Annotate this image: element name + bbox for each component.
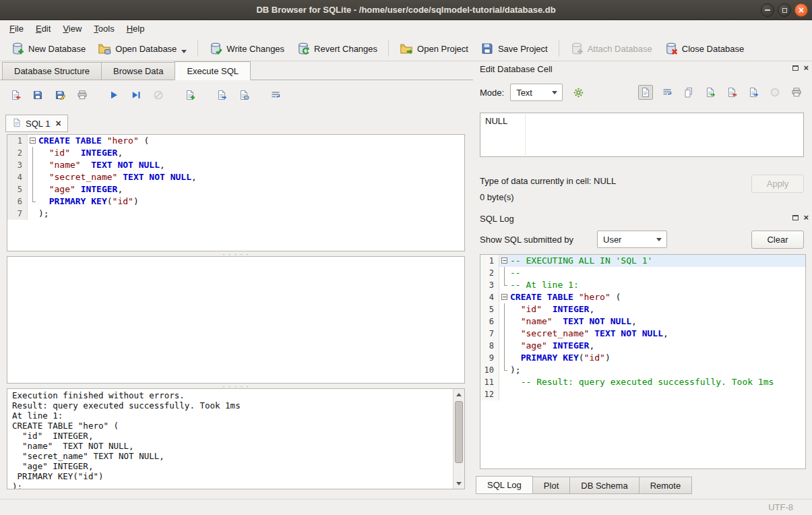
splitter-handle[interactable] (7, 384, 465, 388)
fold-marker[interactable]: − (28, 135, 38, 147)
attach-database-icon (570, 42, 584, 55)
mode-value: Text (516, 88, 532, 98)
menu-file[interactable]: File (3, 20, 30, 36)
right-panel: Edit Database Cell × Mode: Text NULL (473, 61, 812, 499)
execution-log[interactable]: Execution finished without errors. Resul… (7, 388, 465, 489)
close-database-button[interactable]: Close Database (658, 39, 751, 58)
new-database-button[interactable]: New Database (5, 39, 92, 58)
execute-current-line-icon[interactable] (129, 88, 144, 102)
scroll-down-icon[interactable] (454, 478, 464, 489)
code-line: 2-- (480, 267, 805, 279)
line-number: 3 (7, 159, 28, 171)
dock-buttons: × (792, 214, 809, 222)
menu-view[interactable]: View (57, 20, 88, 36)
open-project-button[interactable]: Open Project (394, 39, 474, 58)
import-cell-icon[interactable] (724, 85, 739, 100)
menu-edit[interactable]: Edit (30, 20, 57, 36)
float-panel-icon[interactable] (792, 215, 799, 220)
save-project-button[interactable]: Save Project (474, 39, 554, 58)
dock-tab-plot[interactable]: Plot (532, 477, 570, 494)
cell-toolbar (638, 85, 804, 100)
float-panel-icon[interactable] (792, 65, 799, 71)
results-grid[interactable] (7, 256, 465, 384)
code-text: "name" TEXT NOT NULL, (38, 159, 464, 171)
mode-select[interactable]: Text (510, 84, 563, 101)
clear-button[interactable]: Clear (751, 231, 804, 249)
new-sql-tab-icon[interactable] (183, 88, 197, 102)
print-sql-icon[interactable] (75, 88, 90, 102)
save-sql-file-icon[interactable] (30, 88, 45, 102)
line-number: 10 (480, 364, 499, 376)
dropdown-caret-icon[interactable] (181, 50, 187, 53)
dock-tab-sql-log[interactable]: SQL Log (476, 476, 533, 494)
cell-value-editor[interactable]: NULL (480, 113, 804, 157)
save-sql-file-as-icon[interactable] (53, 88, 67, 102)
titlebar[interactable]: DB Browser for SQLite - /home/user/code/… (0, 0, 812, 20)
paste-cell-icon[interactable] (703, 85, 718, 100)
fold-line (32, 171, 33, 183)
fold-marker[interactable]: − (499, 291, 510, 303)
maximize-button[interactable] (778, 3, 791, 17)
encoding-label: UTF-8 (768, 502, 793, 512)
code-text: PRIMARY KEY("id") (38, 195, 464, 208)
export-sql-icon[interactable] (214, 88, 229, 102)
close-panel-icon[interactable]: × (803, 214, 809, 222)
text-view-icon[interactable] (638, 85, 653, 100)
open-database-button[interactable]: Open Database (92, 39, 193, 58)
word-wrap-icon[interactable] (268, 88, 283, 102)
scroll-up-icon[interactable] (454, 389, 464, 400)
close-tab-icon[interactable]: × (55, 118, 61, 129)
fold-marker (499, 352, 510, 364)
fold-toggle-icon[interactable]: − (501, 294, 507, 300)
open-project-icon (400, 42, 413, 55)
copy-cell-icon[interactable] (681, 85, 696, 100)
fold-toggle-icon[interactable]: − (501, 258, 507, 264)
close-window-button[interactable]: × (794, 3, 808, 17)
code-text: -- At line 1: (510, 279, 805, 291)
fold-toggle-icon[interactable]: − (30, 138, 36, 144)
dock-tab-db-schema[interactable]: DB Schema (569, 477, 639, 494)
maximize-icon (782, 8, 787, 13)
vertical-scrollbar[interactable] (453, 389, 464, 489)
fold-marker (499, 328, 510, 340)
open-sql-file-icon[interactable] (8, 88, 23, 102)
line-number: 12 (480, 388, 499, 400)
print-cell-icon[interactable] (789, 85, 804, 100)
write-changes-icon (209, 42, 222, 55)
menu-tools[interactable]: Tools (88, 20, 120, 36)
code-text: "name" TEXT NOT NULL, (510, 315, 805, 328)
code-line: 7 "secret_name" TEXT NOT NULL, (480, 328, 805, 340)
scrollbar-thumb[interactable] (455, 401, 463, 463)
execute-all-icon[interactable] (106, 88, 121, 102)
tab-browse-data[interactable]: Browse Data (101, 62, 175, 80)
tab-execute-sql[interactable]: Execute SQL (175, 61, 251, 80)
filter-select[interactable]: User (597, 231, 667, 248)
code-line: 2 "id" INTEGER, (7, 147, 464, 159)
code-line: 11 -- Result: query executed successfull… (480, 376, 805, 388)
code-text: -- (510, 267, 805, 279)
fold-marker (28, 208, 38, 220)
tab-database-structure[interactable]: Database Structure (2, 62, 102, 80)
filter-value: User (603, 235, 621, 245)
code-text: "id" INTEGER, (510, 303, 805, 315)
word-wrap-cell-icon[interactable] (660, 85, 675, 100)
minimize-button[interactable] (761, 3, 774, 17)
sql-editor[interactable]: 1−CREATE TABLE "hero" (2 "id" INTEGER,3 … (7, 134, 465, 251)
fold-marker[interactable]: − (499, 255, 510, 267)
splitter-handle[interactable] (7, 251, 465, 256)
code-text: ); (38, 208, 464, 220)
tab-sql-1[interactable]: SQL 1 × (5, 115, 68, 132)
import-sql-icon[interactable] (237, 88, 251, 102)
revert-changes-button[interactable]: Revert Changes (290, 39, 383, 58)
menu-help[interactable]: Help (121, 20, 151, 36)
fold-line (504, 352, 505, 364)
export-cell-icon[interactable] (746, 85, 761, 100)
write-changes-button[interactable]: Write Changes (203, 39, 290, 58)
close-panel-icon[interactable]: × (803, 64, 809, 72)
minimize-icon (765, 9, 770, 11)
auto-apply-icon[interactable] (571, 85, 586, 100)
toolbar-separator (559, 40, 559, 57)
dock-tab-remote[interactable]: Remote (639, 477, 693, 494)
close-icon: × (799, 4, 804, 16)
sql-log-view[interactable]: 1−-- EXECUTING ALL IN 'SQL 1'2--3-- At l… (480, 254, 806, 469)
